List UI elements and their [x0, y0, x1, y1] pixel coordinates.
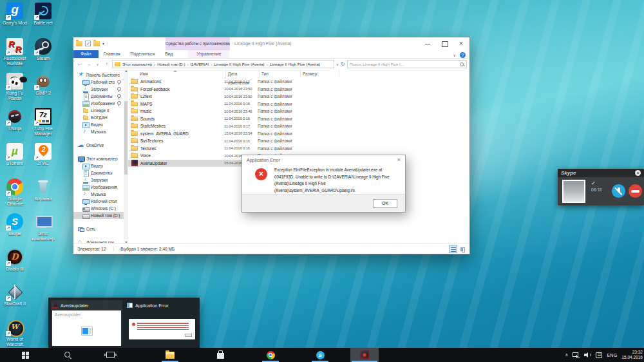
address-dropdown-icon[interactable]: ∨ [336, 62, 339, 66]
preview-thumbnail[interactable]: Averiaupdater [52, 310, 121, 346]
ok-button[interactable]: OK [373, 199, 397, 208]
action-center-icon[interactable] [596, 352, 602, 358]
recent-locations-icon[interactable]: ∨ [94, 61, 101, 68]
sidebar-item[interactable]: Документы [73, 93, 128, 100]
sidebar-item[interactable]: Lineage II [73, 107, 128, 114]
sidebar-item[interactable]: Видео [73, 121, 128, 128]
taskbar-button[interactable] [310, 348, 330, 362]
sidebar-item[interactable]: Windows (C:) [73, 205, 128, 212]
forward-icon[interactable]: → [85, 61, 92, 68]
refresh-icon[interactable]: ↻ [341, 61, 345, 68]
desktop-icon[interactable]: Google Chrome [1, 178, 29, 214]
desktop-icon[interactable]: Rustbucket Rumble [1, 38, 29, 73]
back-icon[interactable]: ← [76, 61, 83, 68]
column-header-date[interactable]: Дата изменения [226, 70, 260, 78]
end-call-button[interactable] [629, 184, 642, 198]
file-row[interactable]: music 10.04.2016 23:46 Папка с файлами [128, 108, 469, 115]
sidebar-item[interactable]: Этот компьютер [73, 155, 128, 162]
sidebar-item[interactable]: Музыка [73, 191, 128, 198]
sidebar-item[interactable]: БОГДАН [73, 114, 128, 121]
preview-thumbnail[interactable] [127, 310, 196, 346]
sidebar-item[interactable]: OneDrive [73, 142, 128, 149]
maximize-button[interactable] [436, 37, 453, 50]
taskbar-button[interactable] [58, 348, 77, 362]
desktop-icon[interactable]: Garry's Mod [1, 3, 29, 38]
ribbon-tab[interactable]: Главная [99, 50, 126, 58]
breadcrumb-segment[interactable]: Этот компьютер› [122, 62, 157, 66]
breadcrumb-segment[interactable]: Lineage II High Five (Averia)› [270, 62, 320, 66]
network-icon[interactable] [573, 352, 580, 358]
sidebar-item[interactable]: Рабочий стол [73, 198, 128, 205]
column-header-type[interactable]: Тип [260, 70, 301, 78]
skype-popup-titlebar[interactable]: Skype × [558, 169, 644, 177]
minimize-button[interactable] [419, 37, 436, 50]
sidebar-item[interactable]: Видео [73, 162, 128, 169]
sidebar-item[interactable]: Документы [73, 169, 128, 176]
taskbar-button[interactable] [100, 348, 120, 362]
search-icon[interactable] [459, 62, 464, 67]
ribbon-tab[interactable]: Поделиться [126, 50, 160, 58]
desktop-icon[interactable]: Diablo III [1, 249, 29, 284]
sidebar-item[interactable]: Музыка [73, 128, 128, 135]
close-button[interactable] [453, 37, 469, 50]
explorer-titlebar[interactable]: ▾ | Средства работы с приложениями Linea… [73, 37, 469, 50]
desktop-icon[interactable]: Battle.net [29, 3, 57, 38]
scroll-up-icon[interactable] [125, 70, 128, 72]
desktop-icon[interactable]: GIMP 2 [29, 73, 57, 108]
ribbon-expand-icon[interactable]: ∨ [453, 53, 456, 57]
sidebar-item[interactable]: Изображени [73, 100, 128, 107]
sidebar-item[interactable]: Загрузки [73, 176, 128, 184]
language-indicator[interactable]: ENG [607, 353, 617, 357]
address-box[interactable]: Этот компьютер›Новый том (D:)›l2AVERIA!›… [112, 60, 334, 68]
file-row[interactable]: SysTextures 11.04.2016 0:16 Папка с файл… [128, 137, 469, 145]
mute-microphone-button[interactable] [612, 184, 625, 198]
desktop-icon[interactable]: µTorrent [1, 143, 29, 178]
desktop-icon[interactable]: StarCraft II [1, 283, 29, 319]
sidebar-item[interactable]: Загрузки [73, 86, 128, 93]
clock[interactable]: 23:32 15.04.2016 [621, 350, 643, 360]
file-row[interactable]: Animations 11.04.2016 0:12 Папка с файла… [128, 78, 469, 86]
desktop-icon[interactable]: Skype [1, 213, 29, 249]
sidebar-item[interactable]: Панель быстрого [73, 71, 128, 79]
desktop-icon[interactable]: 7-Zip File Manager [29, 108, 57, 144]
qat-dropdown-icon[interactable]: ▾ [102, 41, 104, 46]
properties-icon[interactable] [85, 41, 91, 46]
desktop-icon[interactable]: 2ГИС [29, 143, 57, 178]
file-row[interactable]: Textures 11.04.2016 0:16 Папка с файлами [128, 145, 469, 153]
close-icon[interactable]: × [397, 157, 401, 163]
scrollbar-thumb[interactable] [124, 101, 128, 175]
taskbar-button[interactable] [15, 348, 35, 362]
help-icon[interactable]: ? [460, 52, 466, 58]
column-header-name[interactable]: Имя [128, 70, 226, 78]
close-icon[interactable]: × [635, 170, 641, 176]
file-row[interactable]: ForceFeedback 10.04.2016 23:50 Папка с ф… [128, 86, 469, 93]
preview-panel-averiaupdater[interactable]: Averiaupdater Averiaupdater [51, 300, 122, 345]
breadcrumb-segment[interactable]: l2AVERIA!› [191, 62, 214, 66]
up-icon[interactable]: ↑ [103, 61, 110, 68]
file-row[interactable]: Sounds 11.04.2016 0:16 Папка с файлами [128, 115, 469, 123]
desktop-icon[interactable]: Kung Fu Panda [1, 73, 29, 108]
sidebar-item[interactable]: Изображения [73, 184, 128, 191]
details-view-icon[interactable] [449, 245, 457, 253]
ribbon-tab[interactable]: Управление [188, 50, 229, 58]
file-row[interactable]: MAPS 11.04.2016 0:16 Папка с файлами [128, 100, 469, 108]
breadcrumb-segment[interactable]: Lineage II High Five (Averia)› [214, 62, 269, 66]
dialog-titlebar[interactable]: Application Error × [242, 155, 405, 165]
desktop-icon[interactable]: Steam [29, 38, 57, 73]
ribbon-tab[interactable]: Вид [160, 50, 178, 58]
taskbar-button[interactable] [211, 348, 230, 362]
file-row[interactable]: system_AVERIA_GUARD 15.04.2016 22:54 Пап… [128, 130, 469, 138]
folder-icon[interactable] [76, 41, 82, 46]
thumbnails-view-icon[interactable] [459, 245, 467, 253]
taskbar-button[interactable] [160, 348, 180, 362]
sidebar-item[interactable]: Новый том (D:) [73, 212, 128, 219]
sidebar-item[interactable]: Сеть [73, 225, 128, 233]
column-header-size[interactable]: Размер [301, 70, 339, 78]
desktop-icon[interactable]: Корзина [29, 178, 57, 214]
sidebar-item[interactable]: Рабочий сто [73, 79, 128, 86]
desktop-icon[interactable]: I-Ninja [1, 108, 29, 144]
context-tab-header[interactable]: Средства работы с приложениями [166, 37, 230, 50]
volume-icon[interactable] [584, 352, 591, 358]
taskbar-button[interactable] [261, 348, 280, 362]
breadcrumb-segment[interactable]: Новый том (D:)› [157, 62, 190, 66]
